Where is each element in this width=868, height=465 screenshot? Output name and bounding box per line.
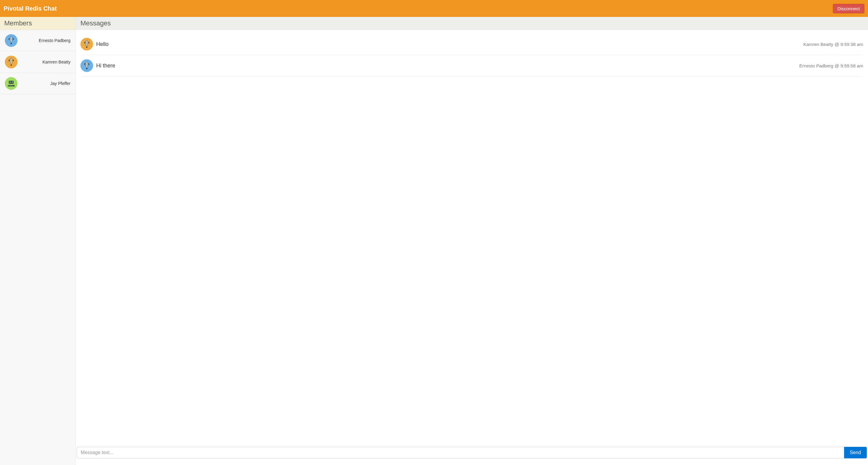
members-sidebar: Members Ernesto Padberg Kamren Beatty Ja…	[0, 17, 75, 465]
avatar-icon	[5, 34, 18, 47]
svg-rect-2	[13, 38, 13, 40]
chat-panel: Messages Hello Kamren Beatty @ 9:59:38 a…	[75, 17, 868, 465]
svg-rect-21	[89, 42, 89, 43]
messages-heading: Messages	[75, 17, 868, 30]
message-text: Hello	[96, 41, 108, 48]
svg-point-4	[10, 43, 12, 44]
svg-point-28	[86, 68, 87, 69]
svg-point-9	[10, 64, 12, 66]
svg-point-23	[86, 46, 87, 48]
message-time: 9:59:38 am	[840, 42, 863, 47]
disconnect-button[interactable]: Disconnect	[833, 4, 864, 13]
svg-rect-13	[12, 82, 13, 83]
message-time: 9:59:58 am	[840, 63, 863, 68]
avatar-icon	[5, 56, 18, 68]
message-row: Hi there Ernesto Padberg @ 9:59:58 am	[81, 55, 863, 76]
member-item[interactable]: Ernesto Padberg	[0, 30, 75, 52]
svg-point-18	[12, 86, 13, 86]
avatar-icon	[81, 59, 93, 72]
svg-rect-7	[13, 60, 13, 61]
avatar-icon	[5, 77, 18, 90]
svg-rect-6	[9, 60, 9, 61]
svg-rect-12	[10, 82, 10, 83]
layout: Members Ernesto Padberg Kamren Beatty Ja…	[0, 17, 868, 465]
svg-rect-20	[84, 42, 85, 43]
member-name: Ernesto Padberg	[21, 38, 70, 43]
message-input[interactable]	[77, 447, 844, 458]
message-meta: Ernesto Padberg @ 9:59:58 am	[799, 63, 863, 68]
message-row: Hello Kamren Beatty @ 9:59:38 am	[81, 34, 863, 55]
message-author: Kamren Beatty	[803, 42, 833, 47]
navbar: Pivotal Redis Chat Disconnect	[0, 0, 868, 17]
message-meta: Kamren Beatty @ 9:59:38 am	[803, 42, 863, 47]
member-item[interactable]: Jay Pfeffer	[0, 73, 75, 94]
app-title: Pivotal Redis Chat	[4, 5, 57, 12]
send-button[interactable]: Send	[844, 447, 867, 458]
message-author: Ernesto Padberg	[799, 63, 834, 68]
member-item[interactable]: Kamren Beatty	[0, 52, 75, 73]
svg-point-15	[9, 86, 9, 86]
member-name: Jay Pfeffer	[21, 81, 70, 86]
svg-rect-1	[9, 38, 9, 40]
svg-rect-26	[89, 63, 89, 65]
svg-rect-25	[84, 63, 85, 65]
member-list: Ernesto Padberg Kamren Beatty Jay Pfeffe…	[0, 30, 75, 94]
member-name: Kamren Beatty	[21, 60, 70, 64]
members-heading: Members	[0, 17, 75, 30]
message-composer: Send	[77, 444, 867, 465]
messages-list: Hello Kamren Beatty @ 9:59:38 am Hi ther…	[75, 30, 868, 444]
message-text: Hi there	[96, 63, 115, 69]
svg-point-17	[11, 86, 12, 86]
svg-point-16	[10, 86, 10, 86]
svg-rect-11	[9, 81, 13, 84]
avatar-icon	[81, 38, 93, 51]
